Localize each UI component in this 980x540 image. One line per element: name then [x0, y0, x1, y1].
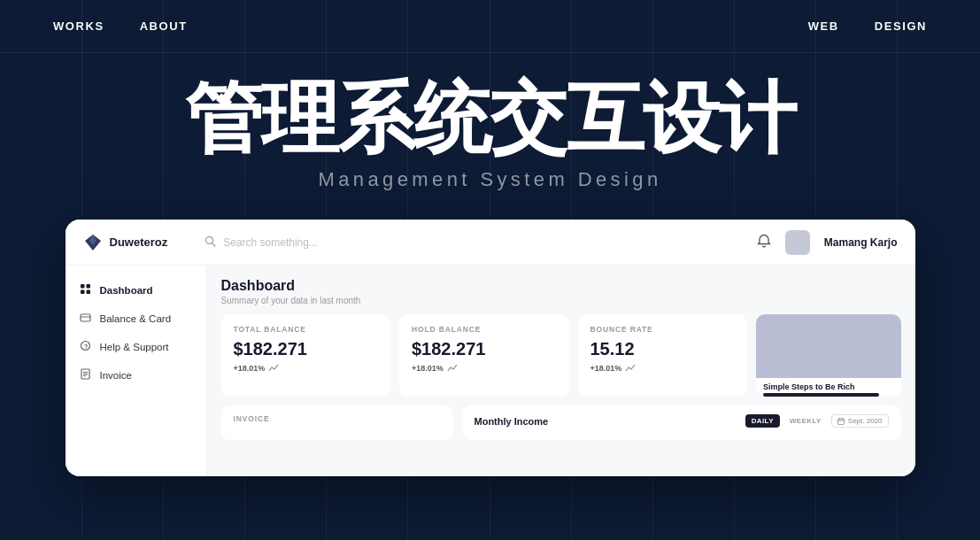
nav-left: WORKS ABOUT: [53, 19, 188, 33]
user-avatar: [785, 230, 810, 255]
total-balance-card: TOTAL BALANCE $182.271 +18.01%: [221, 314, 391, 397]
image-card-bar: [763, 393, 879, 397]
main-header: Dashboard Summary of your data in last m…: [221, 278, 901, 305]
monthly-header: Monthly Income DAILY WEEKLY: [475, 414, 889, 428]
nav-web[interactable]: WEB: [808, 19, 839, 33]
hold-balance-change-value: +18.01%: [412, 364, 444, 373]
bottom-row: INVOICE Monthly Income DAILY WEEKLY: [221, 405, 901, 440]
svg-rect-16: [837, 419, 844, 425]
trend-icon-3: [625, 364, 636, 373]
hold-balance-value: $182.271: [412, 339, 557, 359]
total-balance-change-value: +18.01%: [234, 364, 266, 373]
dashboard-icon: [80, 283, 91, 297]
tab-weekly[interactable]: WEEKLY: [783, 414, 828, 428]
topbar-right: Mamang Karjo: [757, 230, 898, 255]
dash-topbar: Duweteroz Search something... Mamang Kar…: [66, 220, 915, 266]
total-balance-value: $182.271: [234, 339, 379, 359]
trend-icon: [268, 364, 279, 373]
dashboard-card: Duweteroz Search something... Mamang Kar…: [66, 220, 915, 476]
dash-logo: Duweteroz: [83, 233, 168, 252]
balance-card-label: Balance Card: [53, 533, 139, 540]
bounce-rate-card: BOUNCE RATE 15.12 +18.01%: [578, 314, 748, 397]
nav-about[interactable]: ABOUT: [140, 19, 188, 33]
trend-icon-2: [447, 364, 458, 373]
card-image-area: [756, 314, 901, 378]
search-placeholder: Search something...: [223, 236, 318, 249]
sidebar: Dashboard Balance & Card ?: [66, 266, 207, 476]
monthly-card: Monthly Income DAILY WEEKLY: [462, 405, 901, 440]
image-card-label: Simple Steps to Be Rich: [756, 378, 901, 393]
total-balance-label: TOTAL BALANCE: [234, 325, 379, 334]
invoice-icon: [80, 368, 91, 382]
svg-text:?: ?: [84, 343, 88, 350]
tab-group: DAILY WEEKLY Sept. 2020: [745, 414, 889, 428]
hero-section: 管理系统交互设计 Management System Design: [0, 53, 980, 209]
search-area[interactable]: Search something...: [194, 235, 757, 250]
svg-rect-4: [81, 284, 85, 289]
main-title: Dashboard: [221, 278, 901, 294]
tab-daily[interactable]: DAILY: [745, 414, 780, 428]
svg-rect-8: [81, 314, 90, 321]
svg-line-3: [212, 243, 216, 246]
bell-icon[interactable]: [757, 234, 771, 251]
help-icon: ?: [80, 340, 91, 354]
sidebar-item-balance[interactable]: Balance & Card: [66, 305, 206, 333]
top-nav: WORKS ABOUT WEB DESIGN: [0, 0, 980, 53]
logo-icon: [83, 233, 103, 252]
date-label: Sept. 2020: [848, 417, 883, 425]
hold-balance-card: HOLD BALANCE $182.271 +18.01%: [399, 314, 569, 397]
bounce-rate-label: BOUNCE RATE: [590, 325, 736, 334]
nav-right: WEB DESIGN: [808, 19, 927, 33]
sidebar-invoice-label: Invoice: [100, 370, 132, 381]
invoice-label: INVOICE: [234, 414, 441, 423]
total-balance-change: +18.01%: [234, 364, 379, 373]
nav-design[interactable]: DESIGN: [875, 19, 927, 33]
sidebar-balance-label: Balance & Card: [100, 313, 172, 324]
main-subtitle: Summary of your data in last month: [221, 296, 901, 305]
svg-rect-5: [86, 284, 90, 289]
invoice-card: INVOICE: [221, 405, 453, 440]
search-icon: [204, 235, 216, 250]
sidebar-item-invoice[interactable]: Invoice: [66, 361, 206, 390]
sidebar-item-dashboard[interactable]: Dashboard: [66, 276, 206, 305]
calendar-icon: [837, 418, 845, 425]
main-content: Dashboard Summary of your data in last m…: [207, 266, 915, 476]
logo-text: Duweteroz: [110, 235, 168, 249]
hold-balance-label: HOLD BALANCE: [412, 325, 557, 334]
stats-row: TOTAL BALANCE $182.271 +18.01% HOLD BALA…: [221, 314, 901, 397]
sidebar-dashboard-label: Dashboard: [100, 285, 153, 296]
bounce-rate-change-value: +18.01%: [590, 364, 622, 373]
monthly-label: Monthly Income: [475, 416, 549, 427]
sidebar-item-help[interactable]: ? Help & Support: [66, 333, 206, 361]
hero-subtitle: Management System Design: [0, 168, 980, 191]
dash-body: Dashboard Balance & Card ?: [66, 266, 915, 476]
card-icon: [80, 312, 91, 326]
image-card: Simple Steps to Be Rich: [756, 314, 901, 397]
nav-works[interactable]: WORKS: [53, 19, 104, 33]
svg-rect-7: [86, 290, 90, 295]
svg-rect-6: [81, 290, 85, 295]
date-chip[interactable]: Sept. 2020: [831, 414, 889, 428]
bounce-rate-value: 15.12: [590, 339, 736, 359]
bounce-rate-change: +18.01%: [590, 364, 736, 373]
hold-balance-change: +18.01%: [412, 364, 557, 373]
user-name: Mamang Karjo: [824, 236, 898, 249]
sidebar-help-label: Help & Support: [100, 342, 169, 352]
hero-title: 管理系统交互设计: [0, 80, 980, 158]
